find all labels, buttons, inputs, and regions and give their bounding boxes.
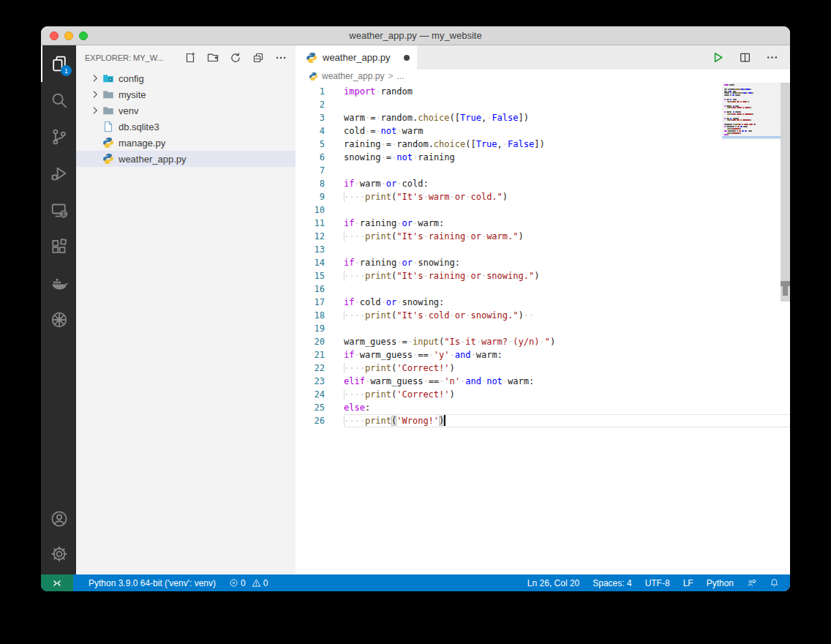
activity-item-docker[interactable] [41,265,76,302]
activity-item-explorer[interactable]: 1 [41,45,76,82]
token: 'n' [444,376,460,386]
breadcrumb-more[interactable]: ... [396,71,404,81]
status-right: Ln 26, Col 20Spaces: 4UTF-8LFPython [521,574,790,591]
minimap-line [735,111,741,113]
whitespace-dots: · [396,218,402,228]
line-number[interactable]: 25 [296,401,344,414]
tab-weather-app[interactable]: weather_app.py [296,45,417,70]
modified-dot-icon[interactable] [404,55,410,61]
file-label: db.sqlite3 [119,121,159,132]
status-indentation[interactable]: Spaces: 4 [586,574,638,591]
status-feedback[interactable] [740,574,763,591]
line-number[interactable]: 3 [296,111,344,124]
tree-indent [89,137,101,149]
line-number[interactable]: 23 [296,375,344,388]
line-number[interactable]: 18 [296,309,344,322]
line-number[interactable]: 21 [296,348,344,362]
line-number[interactable]: 4 [296,124,344,138]
line-number[interactable]: 20 [296,335,344,348]
new-file-button[interactable] [184,52,196,64]
status-notifications[interactable] [763,574,786,591]
activity-item-kubernetes[interactable] [41,302,76,338]
line-number[interactable]: 12 [296,230,344,243]
chevron-right-icon[interactable] [89,72,101,84]
new-folder-button[interactable] [207,52,219,64]
activity-item-settings[interactable] [41,536,76,572]
vertical-scrollbar[interactable] [781,83,790,574]
activity-item-run-debug[interactable] [41,155,76,192]
scrollbar-thumb[interactable] [781,83,790,302]
line-number[interactable]: 9 [296,190,344,203]
file-config[interactable]: config [76,70,296,86]
minimap[interactable] [722,83,781,140]
line-number[interactable]: 26 [296,414,344,427]
indent-guide: ···· [344,271,365,281]
line-number[interactable]: 10 [296,203,344,217]
line-number[interactable]: 2 [296,98,344,111]
status-cursor-position[interactable]: Ln 26, Col 20 [521,574,586,591]
activity-item-extensions[interactable] [41,228,76,265]
breadcrumb[interactable]: weather_app.py > ... [296,70,790,83]
line-number[interactable]: 15 [296,269,344,282]
line-number[interactable]: 6 [296,151,344,164]
python-interpreter[interactable]: Python 3.9.0 64-bit ('venv': venv) [82,574,222,591]
minimap-line [724,130,727,132]
token: = [402,337,407,347]
line-number[interactable]: 8 [296,177,344,190]
file-weather_app.py[interactable]: weather_app.py [76,151,296,167]
status-eol[interactable]: LF [677,574,700,591]
token: warm." [486,231,518,242]
minimap-line [724,84,729,86]
explorer-actions [184,52,287,64]
minimize-button[interactable] [64,31,73,40]
line-number[interactable]: 19 [296,322,344,335]
line-number[interactable]: 24 [296,388,344,401]
line-number[interactable]: 1 [296,85,344,98]
token: == [429,376,439,386]
line-number[interactable]: 11 [296,217,344,230]
status-encoding[interactable]: UTF-8 [639,574,677,591]
title-bar[interactable]: weather_app.py — my_website [41,26,790,45]
file-label: manage.py [119,138,165,149]
line-number[interactable]: 17 [296,296,344,309]
activity-item-source-control[interactable] [41,119,76,155]
collapse-all-button[interactable] [252,52,264,64]
more-actions-button[interactable] [275,52,287,64]
minimap-line [733,91,736,92]
maximize-button[interactable] [79,31,88,40]
refresh-button[interactable] [230,52,241,64]
file-venv[interactable]: venv [76,102,296,119]
chevron-right-icon[interactable] [89,105,101,116]
more-editor-actions-button[interactable] [766,51,778,64]
line-number[interactable]: 22 [296,362,344,375]
remote-indicator[interactable] [41,574,73,591]
tab-label: weather_app.py [323,52,391,63]
run-file-button[interactable] [712,51,724,64]
line-number[interactable]: 16 [296,282,344,296]
line-number[interactable]: 7 [296,164,344,177]
indent-guide: ···· [344,416,365,426]
chevron-right-icon[interactable] [89,89,101,100]
problems-indicator[interactable]: 00 [222,574,278,591]
line-content: cold·=·not·warm [344,124,423,138]
activity-item-search[interactable] [41,82,76,119]
token: snowing [344,152,381,162]
token: cold." [470,192,502,202]
file-mysite[interactable]: mysite [76,86,296,102]
whitespace-dots: · [381,179,386,189]
line-number[interactable]: 13 [296,243,344,256]
minimap-line [754,124,756,125]
file-manage.py[interactable]: manage.py [76,135,296,151]
line-number[interactable]: 14 [296,256,344,269]
activity-item-account[interactable] [41,501,76,536]
close-button[interactable] [50,31,59,40]
token: 'Correct!' [396,389,449,400]
status-language-mode[interactable]: Python [700,574,740,591]
code-editor[interactable]: 1import·random23warm·=·random.choice([Tr… [296,83,790,574]
split-editor-button[interactable] [739,51,751,64]
activity-item-remote-explorer[interactable] [41,192,76,228]
breadcrumb-file[interactable]: weather_app.py [322,71,384,81]
file-db.sqlite3[interactable]: db.sqlite3 [76,119,296,135]
minimap-line [737,126,740,127]
line-number[interactable]: 5 [296,138,344,151]
